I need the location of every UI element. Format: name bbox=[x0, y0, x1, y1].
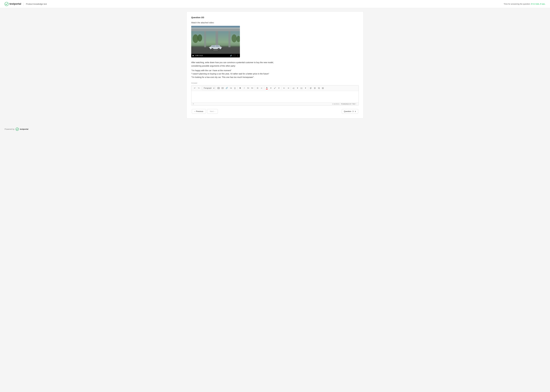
paragraph-style-select[interactable]: Paragraph Heading 1 Heading 2 bbox=[202, 86, 215, 90]
text-color-icon: A bbox=[266, 87, 268, 89]
insert-code-button[interactable]: {} bbox=[233, 86, 237, 90]
highlight-dropdown[interactable]: ▾ bbox=[277, 86, 281, 90]
emoji-button[interactable]: ☺ bbox=[260, 86, 263, 90]
svg-point-28 bbox=[218, 88, 218, 88]
question-line-2: considering possible arguments of the ot… bbox=[191, 64, 359, 68]
header: testportal Product knowledge test Time f… bbox=[0, 0, 550, 8]
svg-point-0 bbox=[5, 2, 8, 6]
special-chars-button[interactable]: Ω bbox=[256, 86, 259, 90]
tiny-logo: POWERED BY TINY bbox=[341, 103, 356, 105]
video-controls: ▶ 0:00 / 0:12 🔊 ⛶ ⋮ bbox=[191, 54, 240, 57]
next-button[interactable]: Next › bbox=[207, 109, 218, 114]
paragraph-style-dropdown[interactable]: Paragraph Heading 1 Heading 2 bbox=[202, 86, 215, 90]
fullscreen-button[interactable]: ⛶ bbox=[234, 55, 235, 56]
subscript-button[interactable]: X2 bbox=[246, 86, 250, 90]
chevron-down-icon: ∨ bbox=[355, 110, 356, 112]
nav-left: ‹ Previous Next › bbox=[192, 109, 218, 114]
volume-button[interactable]: 🔊 bbox=[230, 55, 232, 56]
insert-link-button[interactable]: 🔗 bbox=[225, 86, 229, 90]
ordered-list-dropdown[interactable]: ▾ bbox=[296, 86, 299, 90]
question-line-5: "I'm looking for a low-cost city car. Th… bbox=[191, 76, 359, 79]
outdent-button[interactable]: ⇤ bbox=[282, 86, 286, 90]
redo-button[interactable]: ↪ bbox=[197, 86, 201, 90]
question-nav-button[interactable]: Question 3 ∨ bbox=[342, 109, 358, 114]
header-divider bbox=[23, 2, 24, 6]
question-line-1: After watching, write down how you can c… bbox=[191, 61, 359, 64]
video-time: 0:00 / 0:12 bbox=[195, 55, 229, 56]
next-chevron-icon: › bbox=[215, 110, 215, 112]
toolbar-sep-6 bbox=[281, 87, 282, 90]
play-button[interactable]: ▶ bbox=[193, 55, 194, 56]
svg-rect-6 bbox=[216, 29, 218, 47]
svg-point-36 bbox=[301, 88, 301, 88]
toolbar-sep-2 bbox=[216, 87, 216, 90]
insert-math-button[interactable]: √x bbox=[229, 86, 233, 90]
resize-handle[interactable]: ⤡ bbox=[356, 103, 357, 105]
bold-button[interactable]: B bbox=[238, 86, 242, 90]
align-left-button[interactable] bbox=[309, 86, 313, 90]
logo: testportal bbox=[5, 2, 21, 6]
svg-point-37 bbox=[301, 89, 301, 89]
navigation-row: ‹ Previous Next › Question 3 ∨ bbox=[191, 109, 359, 114]
page-footer: Powered by testportal bbox=[0, 125, 550, 133]
media-icon bbox=[222, 87, 223, 89]
prev-chevron-icon: ‹ bbox=[195, 110, 195, 112]
video-thumbnail bbox=[191, 26, 240, 53]
text-color-dropdown[interactable]: ▾ bbox=[269, 86, 273, 90]
toolbar-sep-5 bbox=[264, 87, 264, 90]
svg-point-14 bbox=[232, 34, 237, 42]
align-right-button[interactable] bbox=[317, 86, 321, 90]
indent-button[interactable]: ⇥ bbox=[286, 86, 290, 90]
align-right-icon bbox=[318, 87, 320, 89]
unordered-list-dropdown[interactable]: ▾ bbox=[304, 86, 307, 90]
editor-toolbar: ↩ ↪ Paragraph Heading 1 Heading 2 bbox=[191, 85, 359, 91]
svg-rect-20 bbox=[216, 45, 219, 47]
align-left-icon bbox=[310, 87, 312, 89]
svg-point-24 bbox=[218, 49, 219, 50]
insert-image-button[interactable] bbox=[217, 86, 220, 90]
logo-text: testportal bbox=[9, 2, 21, 6]
svg-point-22 bbox=[212, 49, 213, 50]
svg-rect-19 bbox=[212, 45, 215, 47]
justify-icon bbox=[322, 87, 324, 89]
svg-point-26 bbox=[220, 47, 222, 48]
ordered-list-button[interactable]: 1. bbox=[292, 86, 295, 90]
question-body: After watching, write down how you can c… bbox=[191, 61, 359, 79]
svg-point-25 bbox=[209, 47, 211, 48]
image-icon bbox=[218, 87, 220, 89]
superscript-button[interactable]: X2 bbox=[250, 86, 254, 90]
align-center-button[interactable] bbox=[313, 86, 317, 90]
watch-label: Watch the attached video: bbox=[191, 21, 359, 24]
testportal-logo-icon bbox=[5, 2, 9, 6]
insert-media-button[interactable] bbox=[221, 86, 224, 90]
main-content: Question 3/3 Watch the attached video: bbox=[182, 8, 368, 125]
editor-footer: P 0 WORDS POWERED BY TINY ⤡ bbox=[191, 102, 359, 105]
bridge-shape bbox=[191, 26, 240, 53]
footer-testportal-text: testportal bbox=[20, 128, 28, 130]
ordered-list-icon: 1. bbox=[292, 87, 294, 89]
timer-value: 0 h 2 min. 0 sec. bbox=[531, 3, 545, 5]
undo-button[interactable]: ↩ bbox=[193, 86, 196, 90]
svg-point-35 bbox=[301, 88, 301, 88]
prev-label: Previous bbox=[196, 110, 203, 112]
svg-point-13 bbox=[197, 34, 202, 42]
footer-testportal-logo-icon bbox=[16, 128, 19, 131]
previous-button[interactable]: ‹ Previous bbox=[192, 109, 206, 114]
highlight-button[interactable]: 🖊 bbox=[273, 86, 277, 90]
unordered-list-button[interactable] bbox=[300, 86, 303, 90]
svg-marker-30 bbox=[222, 88, 223, 88]
justify-button[interactable] bbox=[321, 86, 325, 90]
text-color-button[interactable]: A bbox=[265, 86, 269, 90]
video-player[interactable]: ▶ 0:00 / 0:12 🔊 ⛶ ⋮ bbox=[191, 26, 240, 57]
svg-rect-5 bbox=[213, 50, 218, 50]
more-options-button[interactable]: ⋮ bbox=[237, 55, 238, 56]
word-count: 0 WORDS bbox=[332, 103, 340, 105]
svg-point-12 bbox=[193, 34, 198, 43]
timer: Time for answering the question: 0 h 2 m… bbox=[504, 3, 545, 5]
header-left: testportal Product knowledge test bbox=[5, 2, 47, 6]
question-line-4: "I wasn't planning on buying a car this … bbox=[191, 72, 359, 76]
unordered-list-icon bbox=[300, 87, 302, 89]
question-line-3: "I'm happy with the car I have at the mo… bbox=[191, 69, 359, 72]
italic-button[interactable]: I bbox=[242, 86, 246, 90]
editor-content-area[interactable] bbox=[191, 91, 359, 102]
